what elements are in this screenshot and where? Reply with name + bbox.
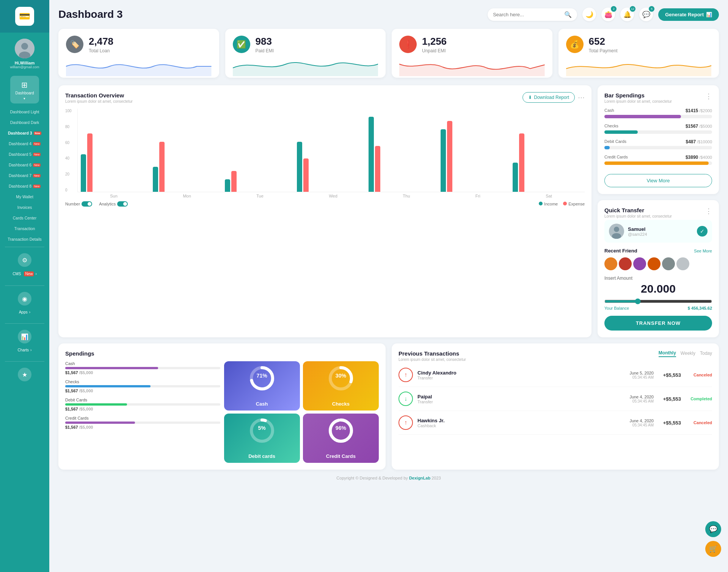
sidebar-item-cms[interactable]: ⚙ CMS New ›	[0, 249, 49, 283]
sidebar-item-dashboard-4[interactable]: Dashboard 4 New	[0, 138, 49, 149]
generate-btn-label: Generate Report	[665, 12, 704, 17]
search-box[interactable]: 🔍	[488, 8, 577, 21]
message-btn[interactable]: 💬 5	[639, 8, 653, 21]
spending-item-debit: Debit Cards $487 /$10000	[604, 139, 712, 149]
stat-card-total-loan: 🏷️ 2,478 Total Loan	[58, 29, 219, 78]
chart-bars-area	[77, 109, 585, 192]
stat-card-paid-emi: ✅ 983 Paid EMI	[225, 29, 386, 78]
spendings-title: Spendings	[65, 350, 379, 357]
bar-group	[81, 133, 150, 192]
sidebar-logo: 💳	[0, 0, 49, 33]
quick-transfer-more-icon[interactable]: ⋮	[705, 207, 712, 215]
sidebar-item-dashboard-8[interactable]: Dashboard 8 New	[0, 181, 49, 191]
avatar	[15, 39, 35, 58]
charts-icon: 📊	[18, 330, 31, 343]
svg-point-1	[21, 43, 28, 50]
more-options-icon[interactable]: ⋯	[578, 93, 585, 102]
income-bar	[153, 167, 158, 192]
expense-bar	[519, 133, 524, 192]
badge-new-4: New	[33, 142, 41, 146]
expense-bar	[447, 121, 452, 192]
paid-emi-icon: ✅	[233, 36, 250, 53]
page-title: Dashboard 3	[58, 8, 123, 20]
message-icon: 💬	[642, 11, 650, 19]
number-legend-label: Number	[65, 202, 80, 206]
sidebar-item-dashboard-6[interactable]: Dashboard 6 New	[0, 160, 49, 170]
wallet-btn[interactable]: 👛 2	[601, 8, 615, 21]
tab-monthly[interactable]: Monthly	[659, 350, 676, 357]
see-more-link[interactable]: See More	[694, 249, 712, 253]
sidebar-nav: Dashboard Light Dashboard Dark Dashboard…	[0, 107, 49, 385]
expense-bar	[375, 146, 380, 192]
spending-bar-checks: Checks $1,567 /$5,000	[65, 379, 220, 393]
sidebar-item-dashboard-light[interactable]: Dashboard Light	[0, 107, 49, 117]
spending-bar-credit: Credit Cards $1,567 /$5,000	[65, 416, 220, 429]
friend-avatar-4	[648, 257, 661, 270]
qt-check-icon[interactable]: ✓	[697, 226, 708, 237]
search-input[interactable]	[493, 12, 561, 17]
sidebar-item-star[interactable]: ★	[0, 364, 49, 385]
wallet-icon: 👛	[604, 11, 612, 19]
sidebar-divider-1	[5, 247, 44, 247]
balance-label: Your Balance	[604, 306, 629, 310]
tx-icon-0: ↑	[399, 368, 413, 382]
sidebar-item-transaction[interactable]: Transaction	[0, 223, 49, 234]
sidebar-item-dashboard-3[interactable]: Dashboard 3 New	[0, 128, 49, 138]
unpaid-emi-value: 1,256	[422, 36, 447, 47]
sidebar-item-my-wallet[interactable]: My Wallet	[0, 191, 49, 202]
float-cart-btn[interactable]: 🛒	[705, 541, 721, 557]
download-report-button[interactable]: ⬇ Download Report	[522, 92, 575, 103]
transaction-overview-sub: Lorem ipsum dolor sit amet, consectetur	[65, 99, 133, 103]
sidebar-item-apps[interactable]: ◉ Apps ›	[0, 288, 49, 321]
generate-report-button[interactable]: Generate Report 📊	[658, 8, 719, 21]
dashboard-icon-btn[interactable]: ⊞ Dashboard ▾	[10, 76, 39, 103]
donut-card-checks: 30% Checks	[303, 361, 379, 411]
number-toggle[interactable]: Number	[65, 201, 92, 207]
donut-cards: 71% Cash 30% Checks	[224, 361, 379, 463]
analytics-toggle[interactable]: Analytics	[99, 201, 128, 207]
sidebar-item-transaction-details[interactable]: Transaction Details	[0, 234, 49, 244]
donut-label-cash: Cash	[256, 401, 268, 407]
qt-user-name: Samuel	[628, 226, 647, 232]
donut-card-credit: 96% Credit Cards	[303, 414, 379, 463]
qt-avatar	[609, 224, 624, 239]
moon-btn[interactable]: 🌙	[582, 8, 596, 21]
bell-btn[interactable]: 🔔 12	[620, 8, 634, 21]
tx-amount-2: +$5,553	[658, 420, 681, 426]
badge-new-3: New	[34, 132, 41, 135]
amount-slider[interactable]	[604, 298, 712, 304]
sidebar-item-charts[interactable]: 📊 Charts ›	[0, 326, 49, 359]
tab-weekly[interactable]: Weekly	[681, 351, 695, 357]
sidebar-item-invoices[interactable]: Invoices	[0, 202, 49, 213]
transfer-now-button[interactable]: TRANSFER NOW	[604, 316, 712, 331]
previous-transactions-card: Previous Transactions Lorem ipsum dolor …	[392, 343, 719, 470]
bar-group	[153, 142, 222, 192]
moon-icon: 🌙	[585, 11, 593, 19]
footer-year: 2023	[431, 476, 441, 480]
tx-date-0: June 5, 2020 05:34:45 AM	[629, 371, 654, 379]
view-more-button[interactable]: View More	[604, 174, 712, 187]
insert-amount-label: Insert Amount	[604, 276, 712, 281]
table-row: ↓ Paipal Transfer June 4, 2020 05:34:45 …	[399, 387, 712, 411]
tab-today[interactable]: Today	[700, 351, 712, 357]
bar-group	[297, 142, 366, 192]
footer-text: Copyright © Designed & Developed by	[336, 476, 408, 480]
main-grid: Transaction Overview Lorem ipsum dolor s…	[58, 85, 719, 337]
stat-card-total-payment: 💰 652 Total Payment	[559, 29, 719, 78]
tx-amount-1: +$5,553	[658, 396, 681, 402]
stats-row: 🏷️ 2,478 Total Loan ✅ 983 Paid EMI	[58, 29, 719, 78]
total-loan-label: Total Loan	[89, 48, 113, 53]
float-support-btn[interactable]: 💬	[705, 521, 721, 537]
sidebar-item-dashboard-dark[interactable]: Dashboard Dark	[0, 117, 49, 128]
search-icon: 🔍	[564, 11, 572, 18]
sidebar-item-cards-center[interactable]: Cards Center	[0, 213, 49, 223]
tx-status-1: Completed	[686, 396, 712, 401]
spending-item-cash: Cash $1415 /$2000	[604, 108, 712, 118]
sidebar-item-dashboard-7[interactable]: Dashboard 7 New	[0, 170, 49, 181]
paid-emi-value: 983	[256, 36, 274, 47]
cms-badge: New	[24, 271, 34, 276]
sidebar-item-dashboard-5[interactable]: Dashboard 5 New	[0, 149, 49, 160]
bar-spendings-more-icon[interactable]: ⋮	[705, 92, 712, 100]
sidebar-divider-3	[5, 323, 44, 324]
logo-icon: 💳	[15, 7, 34, 26]
